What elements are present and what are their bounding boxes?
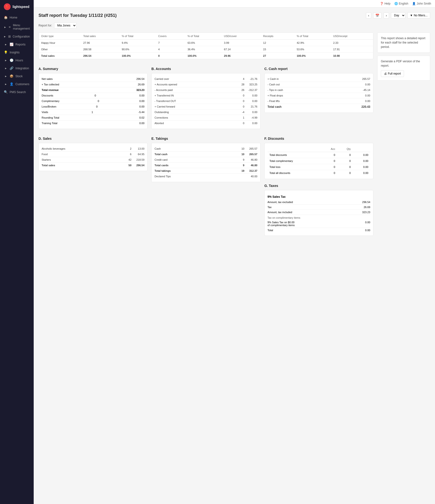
cash-takings-row: Cash 10 265.57 <box>154 146 257 152</box>
complimentary-value: 0.00 <box>139 99 144 102</box>
stock-icon: 📦 <box>10 74 13 78</box>
pdf-box: Generate a PDF version of the report. 🖨 … <box>377 55 430 81</box>
next-button[interactable]: › <box>383 12 389 18</box>
total-comp-value: 0.00 <box>353 158 370 164</box>
starters-value: 218.59 <box>132 158 144 161</box>
disc-col-acc: Acc <box>321 146 337 152</box>
tax-value-item: 26.69 <box>363 206 370 208</box>
discounts-title: F. Discounts <box>264 137 373 141</box>
insights-icon: 💡 <box>4 51 8 54</box>
declared-tips-row: Declared Tips 40.00 <box>154 174 257 179</box>
rounding-label: Rounding Total <box>42 116 59 119</box>
cash-out-label: - Cash out <box>268 83 280 86</box>
sidebar-item-pms-search[interactable]: 🔍 PMS Search <box>0 88 34 96</box>
total-takings-value: 312.37 <box>245 169 257 172</box>
logo-icon: 🔴 <box>4 3 11 10</box>
report-for-select[interactable]: Mia Jones <box>54 22 76 29</box>
help-label: Help <box>384 2 390 5</box>
cash-report-title: C. Cash report <box>264 67 373 71</box>
tax-row-item: Tax 26.69 <box>268 205 370 210</box>
sidebar-item-integration[interactable]: ▸ 🔗 Integration <box>0 64 34 72</box>
discounts-table: Acc Qty Total discounts 0 0 <box>268 146 370 176</box>
logo[interactable]: 🔴 lightspeed <box>0 0 34 13</box>
amount-excluded-value: 296.54 <box>362 201 370 204</box>
report-for-label: Report for: <box>38 24 52 27</box>
sidebar-item-hours[interactable]: ▸ 🕐 Hours <box>0 56 34 64</box>
accounts-opened-count: 28 <box>237 83 245 86</box>
takings-title: E. Takings <box>151 137 260 141</box>
lang-icon: 🌐 <box>394 2 398 5</box>
covers-cell: 4 <box>156 46 185 53</box>
sidebar-item-home[interactable]: 🏠 Home <box>0 13 34 21</box>
sidebar-item-configuration[interactable]: ▸ ⊞ Configuration <box>0 33 34 40</box>
language-selector[interactable]: 🌐 English <box>394 2 408 5</box>
user-menu[interactable]: 👤 John Smith <box>412 2 431 5</box>
sidebar-item-stock[interactable]: ▸ 📦 Stock <box>0 72 34 80</box>
total-cash-takings-label: Total cash <box>154 153 236 156</box>
carried-forward-value: 21.76 <box>245 105 257 108</box>
outstanding-count: -4 <box>237 111 245 114</box>
total-all-discounts-row: Total all discounts 0 0 0.00 <box>268 170 370 176</box>
full-report-button[interactable]: 🖨 Full report <box>381 70 404 77</box>
integration-expand-icon: ▸ <box>4 66 8 70</box>
col-pct-total-1: % of Total <box>119 33 156 40</box>
usd-cover-cell: 67.14 <box>222 46 261 53</box>
transferred-out-row: - Transferred OUT 0 0.00 <box>154 99 257 104</box>
total-cash-value: 220.43 <box>361 105 370 108</box>
filter-icon: ▼ <box>410 14 413 17</box>
main-column: Order type Total sales % of Total Covers… <box>38 33 373 240</box>
total-all-label: Total all discounts <box>268 170 321 176</box>
no-filters-button[interactable]: ▼ No filters... <box>407 12 430 18</box>
pdf-label: Generate a PDF version of the report. <box>381 59 426 68</box>
declared-tips-count <box>237 175 245 178</box>
float-drops-row: + Float drops 0.00 <box>268 93 370 99</box>
total-loss-qty: 0 <box>337 164 353 170</box>
net-sales-row: Net sales 296.54 <box>42 76 144 82</box>
carried-over-row: Carried over 4 -21.76 <box>154 76 257 82</box>
order-type-cell: Happy Hour <box>39 40 81 46</box>
help-button[interactable]: ❓ Help <box>380 2 390 5</box>
loss-value: 0.00 <box>139 105 144 108</box>
accounts-paid-count: 26 <box>237 89 245 91</box>
starters-count: 42 <box>124 158 131 161</box>
complimentary-label: Complimentary <box>42 99 59 102</box>
total-covers: 0 <box>156 53 185 59</box>
discounts-section: F. Discounts Acc Qty <box>264 133 373 236</box>
total-sales-cell: 27.96 <box>81 40 119 46</box>
no-filters-label: No filters... <box>414 14 427 17</box>
covers-cell: 7 <box>156 40 185 46</box>
food-row: Food 6 64.95 <box>42 152 144 157</box>
prev-button[interactable]: ‹ <box>366 12 371 18</box>
tax-amount-excluded-row: Amount, tax excluded 296.54 <box>268 200 370 205</box>
sidebar-label-hours: Hours <box>15 59 23 62</box>
starters-row: Starters 42 218.59 <box>42 157 144 163</box>
day-selector[interactable]: Day <box>391 12 405 18</box>
expand-icon: ▸ <box>4 35 6 38</box>
col-covers: Covers <box>156 33 185 40</box>
side-column: This report shows a detailed report for … <box>377 33 430 240</box>
sidebar-item-menu-management[interactable]: ▸ ≡ Menu management <box>0 21 34 33</box>
total-discounts-qty: 0 <box>337 152 353 158</box>
main-wrapper: ❓ Help 🌐 English 👤 John Smith Staff repo… <box>34 0 435 504</box>
total-cash-row: Total cash 220.43 <box>268 104 370 110</box>
total-tax-row: Total 0.00 <box>268 228 370 233</box>
comp-tax-value: 0.00 <box>365 221 370 227</box>
total-cash-takings-count: 10 <box>237 153 245 156</box>
order-type-table: Order type Total sales % of Total Covers… <box>39 33 373 59</box>
total-cards-row: Total cards 9 46.80 <box>154 163 257 168</box>
sidebar-label-customers: Customers <box>15 82 29 86</box>
loss-count: 0 <box>96 105 98 108</box>
sidebar-item-customers[interactable]: ▸ 👤 Customers <box>0 80 34 88</box>
calendar-button[interactable]: 📅 <box>373 12 381 18</box>
sidebar-item-insights[interactable]: 💡 Insights <box>0 48 34 56</box>
table-row: Other 268.58 90.6% 4 36.4% 67.14 15 53.6… <box>39 46 373 53</box>
discounts-box: Acc Qty Total discounts 0 0 <box>264 143 373 179</box>
sidebar-item-reports[interactable]: ▸ 📈 Reports <box>0 40 34 48</box>
food-label: Food <box>42 153 123 156</box>
receipts-cell: 12 <box>261 40 294 46</box>
total-comp-qty: 0 <box>337 158 353 164</box>
amount-included-value: 323.23 <box>362 211 370 214</box>
carried-forward-row: + Carried forward 0 21.76 <box>154 104 257 109</box>
sales-box: Alcoholic beverages 2 13.00 Food 6 64.95… <box>38 143 147 171</box>
total-tax-label: Total <box>268 229 273 232</box>
